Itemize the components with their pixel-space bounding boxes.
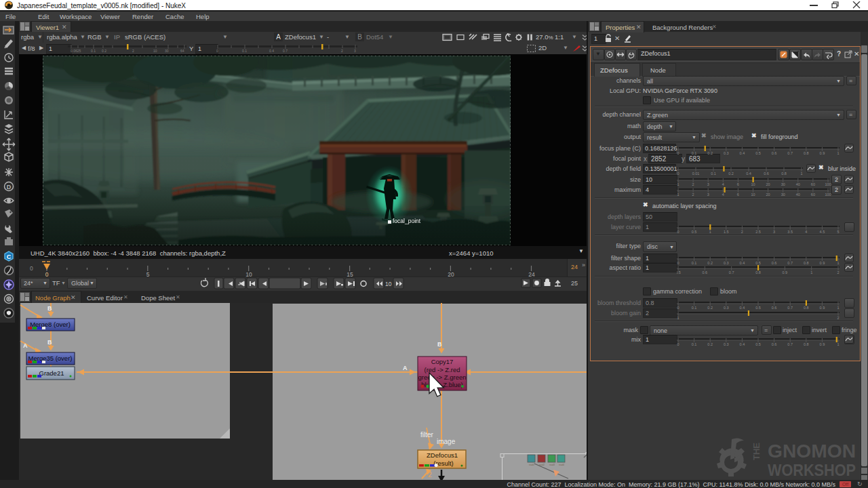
svg-text:0.3: 0.3: [724, 306, 729, 310]
svg-text:4.5: 4.5: [820, 230, 825, 234]
svg-text:3: 3: [707, 182, 709, 186]
svg-text:10: 10: [245, 271, 252, 277]
svg-text:3: 3: [773, 230, 775, 234]
svg-text:20: 20: [766, 192, 770, 197]
svg-text:0.4: 0.4: [740, 306, 745, 310]
svg-text:Copy17: Copy17: [431, 358, 454, 365]
svg-text:1: 1: [837, 342, 839, 346]
svg-text:24: 24: [528, 271, 535, 277]
svg-text:0.3: 0.3: [724, 342, 729, 346]
svg-text:0.5: 0.5: [677, 270, 681, 274]
svg-text:30: 30: [781, 182, 785, 186]
svg-text:3.5: 3.5: [787, 230, 793, 234]
svg-text:10: 10: [751, 192, 755, 197]
svg-text:60: 60: [811, 182, 815, 186]
svg-text:0.9: 0.9: [820, 342, 825, 346]
svg-text:0.2: 0.2: [707, 342, 713, 346]
svg-text:1: 1: [677, 182, 679, 186]
svg-text:1: 1: [810, 270, 812, 274]
svg-text:0.6: 0.6: [772, 342, 777, 346]
svg-text:2: 2: [428, 471, 432, 479]
svg-text:1: 1: [709, 230, 711, 234]
svg-text:0.7: 0.7: [729, 270, 734, 274]
svg-text:4: 4: [805, 230, 807, 234]
svg-text:5: 5: [146, 271, 150, 277]
svg-text:0: 0: [677, 342, 679, 346]
svg-text:0.6: 0.6: [764, 171, 769, 176]
svg-text:read3: read3: [549, 464, 555, 466]
svg-text:0.3: 0.3: [724, 151, 729, 155]
svg-text:0.6: 0.6: [772, 151, 777, 155]
svg-text:100: 100: [825, 182, 831, 186]
svg-text:1: 1: [837, 151, 839, 155]
svg-text:0: 0: [677, 151, 679, 155]
svg-text:3: 3: [354, 49, 356, 53]
svg-text:0.2: 0.2: [707, 151, 713, 155]
svg-text:4: 4: [722, 182, 724, 186]
svg-text:1: 1: [837, 306, 839, 310]
svg-text:5: 5: [837, 230, 839, 234]
svg-text:0.5: 0.5: [755, 306, 761, 310]
svg-text:0.8: 0.8: [781, 171, 787, 176]
svg-text:0: 0: [677, 171, 679, 176]
svg-text:image: image: [437, 438, 456, 445]
svg-text:0.7: 0.7: [787, 306, 793, 310]
svg-text:0.1: 0.1: [242, 49, 247, 53]
svg-text:40: 40: [796, 192, 800, 197]
svg-text:2: 2: [837, 316, 839, 320]
svg-text:0.1: 0.1: [692, 306, 697, 310]
svg-text:read4: read4: [559, 464, 564, 466]
svg-text:A: A: [23, 342, 28, 349]
svg-text:0.5: 0.5: [755, 342, 761, 346]
svg-text:0.1: 0.1: [91, 49, 96, 53]
svg-text:0.9: 0.9: [820, 151, 825, 155]
svg-text:0.1: 0.1: [711, 171, 716, 176]
svg-text:C: C: [7, 253, 12, 260]
svg-text:B: B: [47, 339, 52, 346]
svg-text:2: 2: [692, 192, 694, 197]
svg-text:0.9: 0.9: [820, 306, 825, 310]
svg-text:0.1: 0.1: [692, 151, 697, 155]
svg-text:0: 0: [677, 306, 679, 310]
svg-text:30: 30: [165, 49, 169, 53]
svg-text:green -> Z.green: green -> Z.green: [418, 373, 466, 381]
svg-text:filter: filter: [420, 431, 434, 439]
svg-text:1: 1: [800, 171, 802, 176]
svg-text:(red -> Z.red: (red -> Z.red: [424, 366, 460, 373]
svg-text:1: 1: [677, 192, 679, 197]
svg-text:6: 6: [737, 182, 739, 186]
svg-text:100: 100: [825, 192, 831, 197]
svg-text:20: 20: [766, 182, 770, 186]
svg-text:WORKSHOP: WORKSHOP: [768, 462, 856, 479]
svg-text:0.4: 0.4: [746, 171, 751, 176]
svg-text:10: 10: [385, 281, 392, 287]
svg-text:0: 0: [677, 230, 679, 234]
svg-text:0.7: 0.7: [787, 151, 793, 155]
svg-text:0: 0: [216, 49, 218, 53]
svg-text:10: 10: [153, 49, 157, 53]
svg-text:60: 60: [811, 192, 815, 197]
svg-text:2.5: 2.5: [755, 230, 761, 234]
svg-text:15: 15: [347, 271, 353, 277]
svg-text:2: 2: [692, 182, 694, 186]
svg-text:6: 6: [737, 192, 739, 197]
svg-text:0.5: 0.5: [692, 230, 697, 234]
svg-text:0.8: 0.8: [804, 306, 809, 310]
svg-text:0.01: 0.01: [692, 171, 700, 176]
svg-text:2: 2: [341, 49, 343, 53]
svg-text:0.8: 0.8: [804, 342, 809, 346]
svg-text:0.8: 0.8: [755, 270, 761, 274]
svg-text:0.0625: 0.0625: [71, 49, 81, 53]
svg-text:0.1: 0.1: [692, 342, 697, 346]
svg-text:0.7: 0.7: [283, 49, 288, 53]
svg-text:0.2: 0.2: [102, 49, 106, 53]
svg-text:40: 40: [796, 182, 800, 186]
svg-text:GNOMON: GNOMON: [768, 441, 856, 462]
svg-text:0.9: 0.9: [783, 270, 788, 274]
svg-text:2: 2: [741, 230, 743, 234]
svg-text:3: 3: [707, 192, 709, 197]
svg-text:0.7: 0.7: [787, 342, 793, 346]
svg-text:0.2: 0.2: [728, 171, 734, 176]
svg-text:10: 10: [751, 182, 755, 186]
svg-text:A: A: [403, 365, 408, 371]
